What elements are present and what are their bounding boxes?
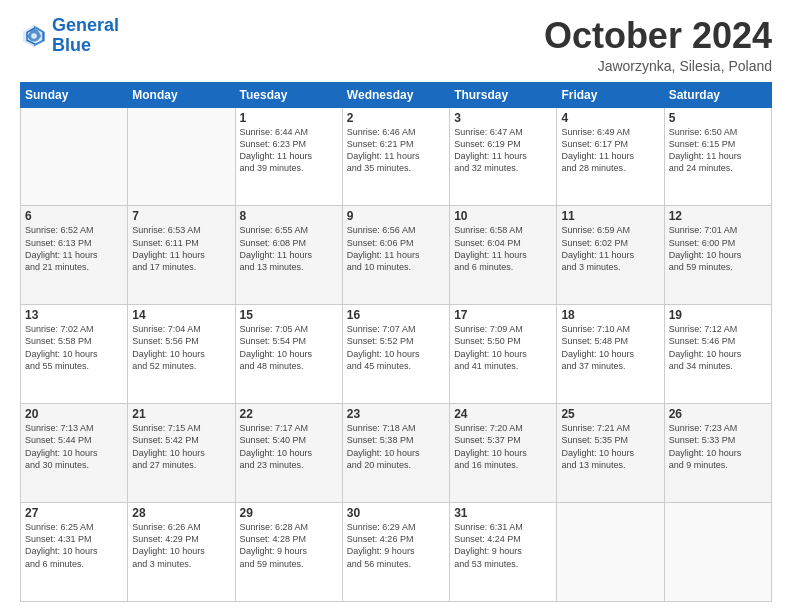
calendar-cell: [21, 107, 128, 206]
day-info: Sunrise: 7:10 AM Sunset: 5:48 PM Dayligh…: [561, 323, 659, 372]
weekday-header: Thursday: [450, 82, 557, 107]
title-block: October 2024 Jaworzynka, Silesia, Poland: [544, 16, 772, 74]
logo-line2: Blue: [52, 35, 91, 55]
weekday-header: Wednesday: [342, 82, 449, 107]
month-title: October 2024: [544, 16, 772, 56]
calendar-cell: 6Sunrise: 6:52 AM Sunset: 6:13 PM Daylig…: [21, 206, 128, 305]
calendar-cell: [128, 107, 235, 206]
header-row: SundayMondayTuesdayWednesdayThursdayFrid…: [21, 82, 772, 107]
day-info: Sunrise: 7:15 AM Sunset: 5:42 PM Dayligh…: [132, 422, 230, 471]
day-number: 24: [454, 407, 552, 421]
day-number: 8: [240, 209, 338, 223]
calendar-cell: 26Sunrise: 7:23 AM Sunset: 5:33 PM Dayli…: [664, 404, 771, 503]
calendar-cell: 15Sunrise: 7:05 AM Sunset: 5:54 PM Dayli…: [235, 305, 342, 404]
weekday-header: Sunday: [21, 82, 128, 107]
day-number: 31: [454, 506, 552, 520]
calendar-cell: 4Sunrise: 6:49 AM Sunset: 6:17 PM Daylig…: [557, 107, 664, 206]
calendar-cell: 10Sunrise: 6:58 AM Sunset: 6:04 PM Dayli…: [450, 206, 557, 305]
calendar-header: SundayMondayTuesdayWednesdayThursdayFrid…: [21, 82, 772, 107]
calendar-body: 1Sunrise: 6:44 AM Sunset: 6:23 PM Daylig…: [21, 107, 772, 601]
calendar-cell: [664, 503, 771, 602]
day-info: Sunrise: 6:52 AM Sunset: 6:13 PM Dayligh…: [25, 224, 123, 273]
page: General Blue October 2024 Jaworzynka, Si…: [0, 0, 792, 612]
day-number: 10: [454, 209, 552, 223]
logo-text: General Blue: [52, 16, 119, 56]
day-info: Sunrise: 7:23 AM Sunset: 5:33 PM Dayligh…: [669, 422, 767, 471]
calendar-cell: 28Sunrise: 6:26 AM Sunset: 4:29 PM Dayli…: [128, 503, 235, 602]
day-number: 20: [25, 407, 123, 421]
location: Jaworzynka, Silesia, Poland: [544, 58, 772, 74]
weekday-header: Friday: [557, 82, 664, 107]
calendar-cell: 3Sunrise: 6:47 AM Sunset: 6:19 PM Daylig…: [450, 107, 557, 206]
day-info: Sunrise: 6:29 AM Sunset: 4:26 PM Dayligh…: [347, 521, 445, 570]
day-number: 25: [561, 407, 659, 421]
day-info: Sunrise: 6:58 AM Sunset: 6:04 PM Dayligh…: [454, 224, 552, 273]
day-number: 15: [240, 308, 338, 322]
calendar-week: 27Sunrise: 6:25 AM Sunset: 4:31 PM Dayli…: [21, 503, 772, 602]
day-number: 7: [132, 209, 230, 223]
day-number: 14: [132, 308, 230, 322]
logo-icon: [20, 22, 48, 50]
calendar-cell: 9Sunrise: 6:56 AM Sunset: 6:06 PM Daylig…: [342, 206, 449, 305]
day-number: 16: [347, 308, 445, 322]
logo-line1: General: [52, 15, 119, 35]
day-number: 11: [561, 209, 659, 223]
calendar-cell: 20Sunrise: 7:13 AM Sunset: 5:44 PM Dayli…: [21, 404, 128, 503]
svg-point-1: [31, 33, 37, 39]
day-number: 27: [25, 506, 123, 520]
day-info: Sunrise: 7:12 AM Sunset: 5:46 PM Dayligh…: [669, 323, 767, 372]
calendar-cell: 14Sunrise: 7:04 AM Sunset: 5:56 PM Dayli…: [128, 305, 235, 404]
day-number: 4: [561, 111, 659, 125]
calendar-week: 13Sunrise: 7:02 AM Sunset: 5:58 PM Dayli…: [21, 305, 772, 404]
calendar: SundayMondayTuesdayWednesdayThursdayFrid…: [20, 82, 772, 602]
day-info: Sunrise: 6:31 AM Sunset: 4:24 PM Dayligh…: [454, 521, 552, 570]
day-number: 28: [132, 506, 230, 520]
day-info: Sunrise: 6:59 AM Sunset: 6:02 PM Dayligh…: [561, 224, 659, 273]
day-info: Sunrise: 6:44 AM Sunset: 6:23 PM Dayligh…: [240, 126, 338, 175]
calendar-cell: 12Sunrise: 7:01 AM Sunset: 6:00 PM Dayli…: [664, 206, 771, 305]
day-number: 30: [347, 506, 445, 520]
weekday-header: Monday: [128, 82, 235, 107]
calendar-cell: 13Sunrise: 7:02 AM Sunset: 5:58 PM Dayli…: [21, 305, 128, 404]
calendar-cell: [557, 503, 664, 602]
day-number: 21: [132, 407, 230, 421]
calendar-cell: 1Sunrise: 6:44 AM Sunset: 6:23 PM Daylig…: [235, 107, 342, 206]
header: General Blue October 2024 Jaworzynka, Si…: [20, 16, 772, 74]
day-info: Sunrise: 6:25 AM Sunset: 4:31 PM Dayligh…: [25, 521, 123, 570]
day-number: 12: [669, 209, 767, 223]
day-info: Sunrise: 7:18 AM Sunset: 5:38 PM Dayligh…: [347, 422, 445, 471]
calendar-cell: 5Sunrise: 6:50 AM Sunset: 6:15 PM Daylig…: [664, 107, 771, 206]
calendar-cell: 25Sunrise: 7:21 AM Sunset: 5:35 PM Dayli…: [557, 404, 664, 503]
day-info: Sunrise: 6:50 AM Sunset: 6:15 PM Dayligh…: [669, 126, 767, 175]
calendar-week: 20Sunrise: 7:13 AM Sunset: 5:44 PM Dayli…: [21, 404, 772, 503]
day-number: 18: [561, 308, 659, 322]
day-number: 19: [669, 308, 767, 322]
day-info: Sunrise: 6:47 AM Sunset: 6:19 PM Dayligh…: [454, 126, 552, 175]
day-number: 23: [347, 407, 445, 421]
day-info: Sunrise: 6:26 AM Sunset: 4:29 PM Dayligh…: [132, 521, 230, 570]
day-info: Sunrise: 7:20 AM Sunset: 5:37 PM Dayligh…: [454, 422, 552, 471]
day-info: Sunrise: 6:28 AM Sunset: 4:28 PM Dayligh…: [240, 521, 338, 570]
day-number: 22: [240, 407, 338, 421]
day-number: 1: [240, 111, 338, 125]
day-number: 13: [25, 308, 123, 322]
day-info: Sunrise: 7:13 AM Sunset: 5:44 PM Dayligh…: [25, 422, 123, 471]
calendar-cell: 21Sunrise: 7:15 AM Sunset: 5:42 PM Dayli…: [128, 404, 235, 503]
day-number: 3: [454, 111, 552, 125]
calendar-cell: 29Sunrise: 6:28 AM Sunset: 4:28 PM Dayli…: [235, 503, 342, 602]
calendar-cell: 8Sunrise: 6:55 AM Sunset: 6:08 PM Daylig…: [235, 206, 342, 305]
calendar-cell: 31Sunrise: 6:31 AM Sunset: 4:24 PM Dayli…: [450, 503, 557, 602]
calendar-cell: 27Sunrise: 6:25 AM Sunset: 4:31 PM Dayli…: [21, 503, 128, 602]
day-number: 26: [669, 407, 767, 421]
calendar-cell: 19Sunrise: 7:12 AM Sunset: 5:46 PM Dayli…: [664, 305, 771, 404]
day-number: 2: [347, 111, 445, 125]
calendar-week: 6Sunrise: 6:52 AM Sunset: 6:13 PM Daylig…: [21, 206, 772, 305]
day-number: 9: [347, 209, 445, 223]
day-info: Sunrise: 7:02 AM Sunset: 5:58 PM Dayligh…: [25, 323, 123, 372]
day-info: Sunrise: 7:04 AM Sunset: 5:56 PM Dayligh…: [132, 323, 230, 372]
calendar-cell: 18Sunrise: 7:10 AM Sunset: 5:48 PM Dayli…: [557, 305, 664, 404]
calendar-cell: 22Sunrise: 7:17 AM Sunset: 5:40 PM Dayli…: [235, 404, 342, 503]
calendar-week: 1Sunrise: 6:44 AM Sunset: 6:23 PM Daylig…: [21, 107, 772, 206]
logo: General Blue: [20, 16, 119, 56]
weekday-header: Saturday: [664, 82, 771, 107]
